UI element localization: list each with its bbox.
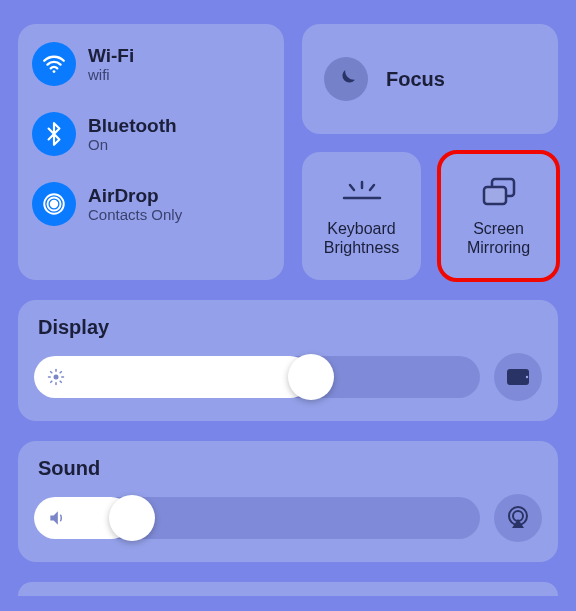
sound-title: Sound <box>38 457 542 480</box>
wifi-icon <box>32 42 76 86</box>
airdrop-icon <box>32 182 76 226</box>
svg-rect-19 <box>507 369 529 385</box>
volume-icon <box>46 508 68 528</box>
svg-line-15 <box>51 372 52 373</box>
svg-line-16 <box>60 381 61 382</box>
svg-line-5 <box>350 185 354 190</box>
screen-mirroring-icon <box>479 175 519 209</box>
display-slider[interactable] <box>34 356 480 398</box>
connectivity-panel: Wi-Fi wifi Bluetooth On <box>18 24 284 280</box>
svg-line-6 <box>370 185 374 190</box>
wifi-toggle[interactable]: Wi-Fi wifi <box>32 42 270 86</box>
brightness-low-icon <box>46 367 66 387</box>
sound-panel: Sound <box>18 441 558 562</box>
bluetooth-status: On <box>88 136 177 153</box>
airdrop-title: AirDrop <box>88 185 182 207</box>
wifi-title: Wi-Fi <box>88 45 134 67</box>
moon-icon <box>324 57 368 101</box>
svg-point-10 <box>54 375 59 380</box>
svg-line-18 <box>60 372 61 373</box>
display-rect-icon <box>505 367 531 387</box>
keyboard-brightness-icon <box>340 175 384 209</box>
next-panel-peek <box>18 582 558 596</box>
screen-mirroring-button[interactable]: Screen Mirroring <box>439 152 558 280</box>
airdrop-status: Contacts Only <box>88 206 182 223</box>
svg-rect-9 <box>484 187 506 204</box>
svg-point-20 <box>526 376 528 378</box>
bluetooth-title: Bluetooth <box>88 115 177 137</box>
focus-button[interactable]: Focus <box>302 24 558 134</box>
keyboard-brightness-label: Keyboard Brightness <box>324 219 400 257</box>
screen-mirroring-label: Screen Mirroring <box>467 219 530 257</box>
display-title: Display <box>38 316 542 339</box>
display-expand-button[interactable] <box>494 353 542 401</box>
svg-point-1 <box>51 201 58 208</box>
bluetooth-icon <box>32 112 76 156</box>
focus-label: Focus <box>386 68 445 91</box>
airplay-audio-icon <box>505 505 531 531</box>
svg-line-17 <box>51 381 52 382</box>
wifi-status: wifi <box>88 66 134 83</box>
keyboard-brightness-button[interactable]: Keyboard Brightness <box>302 152 421 280</box>
sound-slider[interactable] <box>34 497 480 539</box>
airdrop-toggle[interactable]: AirDrop Contacts Only <box>32 182 270 226</box>
bluetooth-toggle[interactable]: Bluetooth On <box>32 112 270 156</box>
svg-point-0 <box>53 70 56 73</box>
display-panel: Display <box>18 300 558 421</box>
sound-output-button[interactable] <box>494 494 542 542</box>
